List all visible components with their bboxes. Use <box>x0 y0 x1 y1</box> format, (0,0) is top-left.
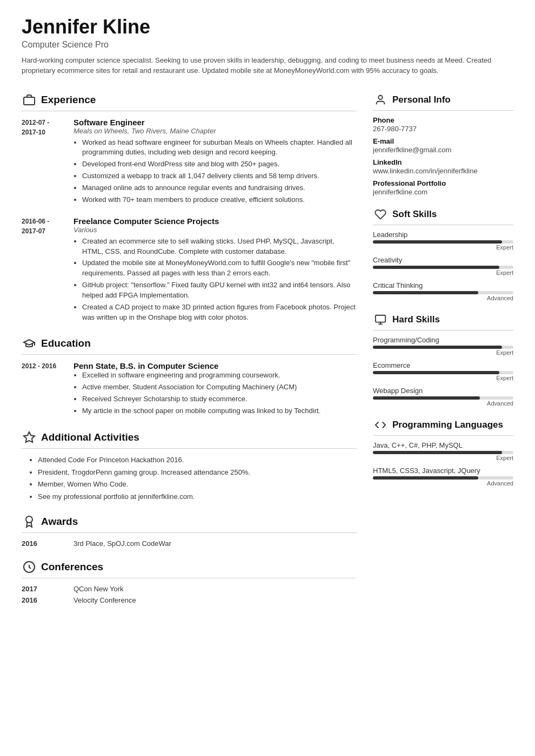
skill-item: Webapp Design Advanced <box>373 387 513 407</box>
hard-skills-section: Hard Skills Programming/Coding Expert Ec… <box>373 312 513 407</box>
skill-bar-bg <box>373 371 513 374</box>
award-row: 2016 3rd Place, SpOJ.com CodeWar <box>22 539 357 548</box>
activities-icon <box>22 430 37 445</box>
conf-year: 2016 <box>22 596 65 604</box>
job-title: Freelance Computer Science Projects <box>73 217 357 226</box>
skill-bar-fill <box>373 266 499 269</box>
skill-bar-bg <box>373 396 513 400</box>
personal-info-title: Personal Info <box>392 94 451 105</box>
bullet-item: Excelled in software engineering and pro… <box>82 370 357 381</box>
skill-name: Ecommerce <box>373 361 513 369</box>
linkedin-label: LinkedIn <box>373 158 513 166</box>
svg-point-3 <box>26 516 32 523</box>
conf-value: QCon New York <box>73 585 124 593</box>
bullet-item: Active member, Student Association for C… <box>82 382 357 393</box>
bullet-item: Worked with 70+ team members to produce … <box>82 195 357 205</box>
awards-title: Awards <box>41 516 78 528</box>
svg-rect-6 <box>376 315 385 322</box>
candidate-summary: Hard-working computer science specialist… <box>22 55 513 76</box>
conference-row: 2016 Velocity Conference <box>22 596 357 604</box>
bullet-item: Worked as head software engineer for sub… <box>82 138 357 158</box>
activities-title: Additional Activities <box>41 431 139 443</box>
conf-year: 2017 <box>22 585 65 593</box>
bullet-item: Developed front-end WordPress site and b… <box>82 159 357 170</box>
entry-date: 2016-06 - 2017-07 <box>22 217 65 325</box>
skill-bar-fill <box>373 396 480 400</box>
experience-entries: 2012-07 - 2017-10 Software Engineer Meal… <box>22 118 357 325</box>
left-column: Experience 2012-07 - 2017-10 Software En… <box>22 92 357 617</box>
skill-item: Programming/Coding Expert <box>373 336 513 356</box>
experience-title: Experience <box>41 94 96 106</box>
bullet-item: Created a CAD project to make 3D printed… <box>82 302 357 323</box>
conferences-icon <box>22 559 37 575</box>
bullet-list: Created an ecommerce site to sell walkin… <box>73 237 357 323</box>
entry-content: Freelance Computer Science Projects Vari… <box>73 217 357 325</box>
phone-value: 267-980-7737 <box>373 125 513 133</box>
awards-header: Awards <box>22 514 357 533</box>
experience-entry: 2016-06 - 2017-07 Freelance Computer Sci… <box>22 217 357 325</box>
conference-row: 2017 QCon New York <box>22 585 357 593</box>
education-entries: 2012 - 2016 Penn State, B.S. in Computer… <box>22 361 357 417</box>
experience-header: Experience <box>22 92 357 111</box>
skill-bar-fill <box>373 240 502 244</box>
education-title: Education <box>41 338 91 349</box>
bullet-item: Created an ecommerce site to sell walkin… <box>82 237 357 257</box>
bullet-list: Excelled in software engineering and pro… <box>73 370 357 416</box>
skill-item: Java, C++, C#, PHP, MySQL Expert <box>373 441 513 461</box>
soft-skills-section: Soft Skills Leadership Expert Creativity… <box>373 207 513 301</box>
prog-lang-title: Programming Languages <box>392 420 503 430</box>
portfolio-label: Professional Portfolio <box>373 179 513 187</box>
soft-skills-title: Soft Skills <box>392 209 437 220</box>
activity-item: Member, Women Who Code. <box>38 480 357 490</box>
skill-bar-bg <box>373 266 513 269</box>
email-value: jenniferfkline@gmail.com <box>373 146 513 154</box>
conferences-title: Conferences <box>41 561 103 573</box>
prog-lang-bars: Java, C++, C#, PHP, MySQL Expert HTML5, … <box>373 441 513 487</box>
skill-item: Ecommerce Expert <box>373 361 513 381</box>
hard-skills-header: Hard Skills <box>373 312 513 330</box>
activity-item: Attended Code For Princeton Hackathon 20… <box>38 455 357 465</box>
experience-entry: 2012-07 - 2017-10 Software Engineer Meal… <box>22 118 357 207</box>
skill-level-label: Advanced <box>373 480 513 487</box>
bullet-item: Customized a webapp to track all 1,047 d… <box>82 171 357 181</box>
activities-header: Additional Activities <box>22 430 357 449</box>
skill-name: Leadership <box>373 231 513 239</box>
svg-marker-2 <box>24 432 35 442</box>
education-entry: 2012 - 2016 Penn State, B.S. in Computer… <box>22 361 357 417</box>
skill-bar-bg <box>373 476 513 480</box>
bullet-item: Received Schreyer Scholarship to study e… <box>82 394 357 404</box>
skill-bar-fill <box>373 371 499 374</box>
company-name: Various <box>73 226 357 234</box>
candidate-subtitle: Computer Science Pro <box>22 40 513 50</box>
hard-skills-title: Hard Skills <box>392 314 440 325</box>
skill-name: Java, C++, C#, PHP, MySQL <box>373 441 513 449</box>
entry-content: Software Engineer Meals on Wheels, Two R… <box>73 118 357 207</box>
linkedin-value: www.linkedin.com/in/jenniferfkline <box>373 167 513 175</box>
skill-item: Leadership Expert <box>373 231 513 251</box>
hard-skills-bars: Programming/Coding Expert Ecommerce Expe… <box>373 336 513 407</box>
skill-name: Creativity <box>373 256 513 264</box>
skill-name: HTML5, CSS3, Javascript, JQuery <box>373 467 513 475</box>
entry-date: 2012-07 - 2017-10 <box>22 118 65 207</box>
award-value: 3rd Place, SpOJ.com CodeWar <box>73 539 171 548</box>
education-icon <box>22 336 37 351</box>
bullet-item: GitHub project: "tensorflow." Fixed faul… <box>82 280 357 301</box>
education-header: Education <box>22 336 357 355</box>
edu-title: Penn State, B.S. in Computer Science <box>73 361 357 370</box>
personal-info-section: Personal Info Phone 267-980-7737 E-mail … <box>373 92 513 196</box>
skill-item: Critical Thinking Advanced <box>373 281 513 301</box>
skill-level-label: Expert <box>373 349 513 356</box>
main-content: Experience 2012-07 - 2017-10 Software En… <box>22 92 513 617</box>
candidate-name: Jennifer Kline <box>22 16 513 38</box>
resume-header: Jennifer Kline Computer Science Pro Hard… <box>22 16 513 76</box>
soft-skills-icon <box>373 207 388 222</box>
awards-entries: 2016 3rd Place, SpOJ.com CodeWar <box>22 539 357 548</box>
skill-bar-bg <box>373 291 513 294</box>
skill-bar-fill <box>373 451 502 454</box>
prog-lang-header: Programming Languages <box>373 417 513 436</box>
conferences-header: Conferences <box>22 559 357 578</box>
awards-icon <box>22 514 37 529</box>
skill-level-label: Expert <box>373 269 513 276</box>
award-year: 2016 <box>22 539 65 548</box>
email-label: E-mail <box>373 137 513 145</box>
